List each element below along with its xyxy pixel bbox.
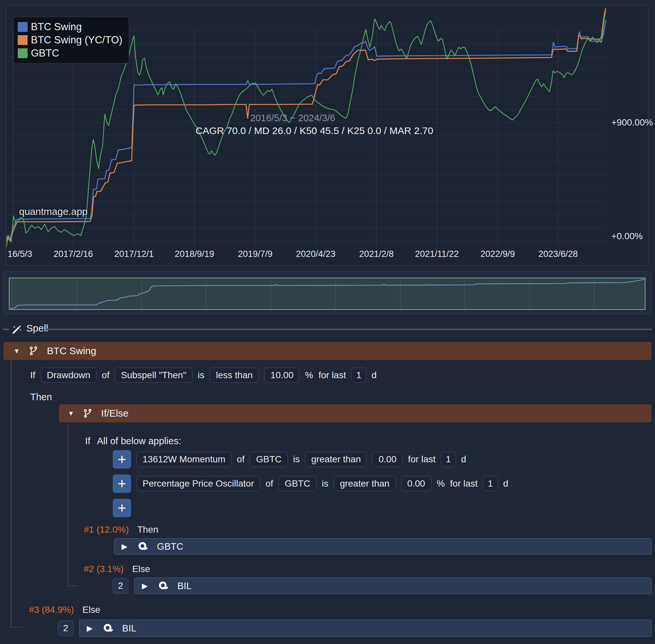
tree-line [68, 424, 68, 586]
add-condition-button[interactable]: + [113, 499, 131, 517]
ticker-icon [158, 580, 169, 592]
asset-row-bil[interactable]: ▶ BIL [134, 578, 652, 594]
legend-label: GBTC [31, 47, 59, 59]
ticker-icon [137, 541, 148, 552]
tree-line [11, 361, 11, 627]
x-tick-label: 16/5/3 [7, 249, 32, 259]
of-word: of [102, 370, 109, 381]
collapse-triangle-icon[interactable]: ▼ [68, 410, 74, 417]
days-input[interactable]: 1 [351, 368, 366, 383]
magic-wand-icon [12, 324, 22, 335]
y-axis-label-zero: +0.00% [611, 231, 643, 242]
legend-label: BTC Swing (YC/TO) [31, 34, 122, 46]
operator-select[interactable]: greater than [334, 476, 396, 491]
add-condition-button[interactable]: + [113, 475, 131, 493]
play-icon[interactable]: ▶ [121, 542, 127, 551]
tree-line-elbow [11, 627, 23, 627]
divider [3, 328, 9, 330]
branch-label: Then [137, 524, 158, 535]
threshold-input[interactable]: 0.00 [401, 476, 431, 491]
branch-1-header: #1 (12.0%) Then [84, 523, 158, 536]
legend-swatch [18, 48, 28, 58]
days-unit: d [461, 454, 466, 465]
threshold-input[interactable]: 0.00 [372, 452, 403, 467]
date-range-label: 2016/5/3 ~ 2024/3/6 [250, 113, 335, 123]
x-axis-labels: 16/5/32017/2/162017/12/12018/9/192019/7/… [6, 249, 648, 262]
ticker-select[interactable]: GBTC [250, 452, 288, 467]
spell-root-bar[interactable]: ▼ BTC Swing [3, 342, 652, 360]
branch-icon [29, 346, 39, 356]
tree-line-elbow [68, 585, 77, 586]
add-condition-button[interactable]: + [113, 450, 131, 468]
spell-section-label: Spell [26, 323, 48, 334]
days-unit: d [503, 478, 509, 489]
x-tick-label: 2017/12/1 [114, 249, 154, 259]
asset-row-bil[interactable]: ▶ BIL [79, 620, 652, 637]
all-of-below-header: If All of below applies: [85, 434, 181, 447]
weight-badge[interactable]: 2 [113, 578, 128, 594]
then-label: Then [30, 390, 52, 404]
branch-label: Else [132, 564, 150, 574]
condition-row-momentum: + 13612W Momentum of GBTC is greater tha… [113, 450, 466, 468]
for-last-word: for last [450, 478, 477, 489]
indicator-select[interactable]: Percentage Price Oscillator [136, 476, 260, 491]
branch-2-header: #2 (3.1%) Else [84, 562, 150, 576]
weight-badge[interactable]: 2 [58, 620, 74, 636]
for-last-word: for last [408, 454, 436, 465]
branch-ref: #3 (84.9%) [29, 604, 74, 615]
divider [45, 328, 652, 330]
operator-select[interactable]: less than [210, 368, 259, 383]
indicator-select[interactable]: 13612W Momentum [136, 452, 232, 467]
x-tick-label: 2023/6/28 [538, 249, 578, 259]
play-icon[interactable]: ▶ [142, 581, 148, 591]
of-word: of [265, 478, 273, 489]
range-selector-panel[interactable] [3, 271, 652, 314]
legend-item-2[interactable]: GBTC [18, 47, 122, 59]
days-input[interactable]: 1 [441, 452, 456, 467]
x-tick-label: 2020/4/23 [296, 249, 335, 259]
chart-legend: BTC SwingBTC Swing (YC/TO)GBTC [14, 17, 129, 63]
is-word: is [322, 478, 328, 489]
collapse-triangle-icon[interactable]: ▼ [14, 347, 20, 355]
for-last-word: for last [318, 370, 346, 381]
asset-row-gbtc[interactable]: ▶ GBTC [114, 538, 652, 555]
watermark: quantmage.app [19, 206, 88, 217]
branch-label: Else [83, 604, 100, 615]
range-selector-chart[interactable] [9, 278, 646, 310]
condition-row-drawdown: If Drawdown of Subspell "Then" is less t… [30, 366, 377, 385]
x-tick-label: 2019/7/9 [238, 249, 272, 259]
x-tick-label: 2021/2/8 [359, 249, 394, 259]
percent-sign: % [305, 370, 313, 381]
ticker-select[interactable]: GBTC [279, 476, 317, 491]
of-word: of [237, 454, 244, 465]
threshold-input[interactable]: 10.00 [264, 368, 300, 383]
branch-icon [83, 408, 93, 418]
x-tick-label: 2021/11/22 [415, 249, 459, 259]
days-input[interactable]: 1 [483, 476, 498, 491]
percent-sign: % [437, 478, 445, 489]
if-word: If [85, 436, 90, 446]
ticker-icon [102, 623, 114, 634]
target-select[interactable]: Subspell "Then" [115, 368, 192, 383]
play-icon[interactable]: ▶ [87, 624, 93, 633]
all-of-below-label: All of below applies: [97, 436, 181, 446]
legend-swatch [18, 35, 28, 45]
backtest-chart-panel[interactable]: BTC SwingBTC Swing (YC/TO)GBTC quantmage… [6, 5, 649, 266]
indicator-select[interactable]: Drawdown [41, 368, 97, 383]
legend-item-0[interactable]: BTC Swing [18, 21, 122, 33]
ifelse-bar[interactable]: ▼ If/Else [59, 404, 652, 422]
days-unit: d [372, 370, 377, 381]
legend-swatch [18, 22, 28, 32]
legend-item-1[interactable]: BTC Swing (YC/TO) [18, 34, 122, 46]
asset-ticker: GBTC [157, 541, 184, 552]
legend-label: BTC Swing [31, 21, 82, 33]
ifelse-title: If/Else [101, 408, 128, 419]
operator-select[interactable]: greater than [305, 452, 367, 467]
stats-label: CAGR 70.0 / MD 26.0 / K50 45.5 / K25 0.0… [195, 125, 433, 136]
if-word: If [30, 370, 36, 381]
spell-title: BTC Swing [47, 345, 96, 356]
asset-ticker: BIL [122, 623, 137, 634]
asset-ticker: BIL [178, 581, 192, 592]
branch-ref: #2 (3.1%) [84, 564, 123, 574]
is-word: is [198, 370, 204, 381]
